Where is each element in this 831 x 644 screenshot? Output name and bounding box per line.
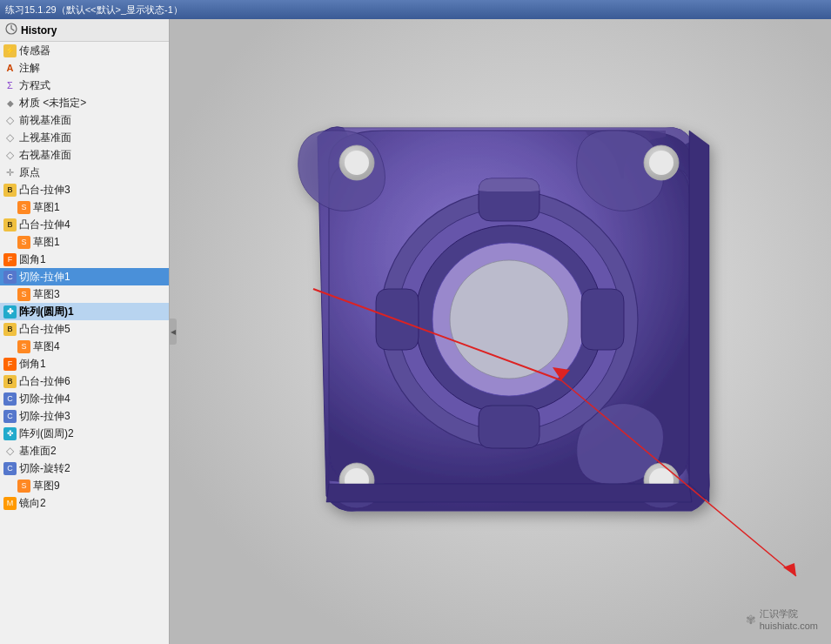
- icon-cut3: C: [3, 410, 17, 423]
- icon-annotation: A: [3, 62, 17, 75]
- part-body: [298, 127, 709, 512]
- icon-origin: ✛: [3, 166, 17, 179]
- feature-tree[interactable]: History ⚡传感器A注解Σ方程式◆材质 <未指定>◇前视基准面◇上视基准面…: [0, 19, 170, 644]
- icon-equation: Σ: [3, 79, 17, 92]
- icon-boss6: B: [3, 375, 17, 388]
- label-chamfer1: 倒角1: [19, 357, 46, 372]
- label-material: 材质 <未指定>: [19, 96, 86, 111]
- tree-item-chamfer1[interactable]: F倒角1: [0, 355, 169, 372]
- main-area: History ⚡传感器A注解Σ方程式◆材质 <未指定>◇前视基准面◇上视基准面…: [0, 19, 831, 644]
- history-icon: [5, 23, 17, 37]
- tree-item-cut4[interactable]: C切除-拉伸4: [0, 390, 169, 407]
- watermark-text: 汇识学院 huishiatc.com: [760, 607, 818, 631]
- tree-item-sketch1b[interactable]: S草图1: [0, 233, 169, 251]
- label-cut4: 切除-拉伸4: [19, 392, 70, 406]
- tree-item-plane2[interactable]: ◇基准面2: [0, 442, 169, 460]
- tree-item-top-plane[interactable]: ◇上视基准面: [0, 129, 169, 146]
- tree-item-cut1[interactable]: C切除-拉伸1: [0, 268, 169, 285]
- tree-item-sketch4[interactable]: S草图4: [0, 338, 169, 355]
- label-origin: 原点: [19, 165, 40, 180]
- icon-boss3: B: [3, 184, 17, 197]
- tree-item-cut3[interactable]: C切除-拉伸3: [0, 407, 169, 425]
- icon-cut-rev2: C: [3, 462, 17, 475]
- icon-plane2: ◇: [3, 445, 17, 458]
- label-sketch4: 草图4: [33, 339, 60, 354]
- icon-cut4: C: [3, 392, 17, 406]
- label-cut-rev2: 切除-旋转2: [19, 461, 70, 476]
- icon-sensor: ⚡: [3, 44, 17, 57]
- icon-material: ◆: [3, 97, 17, 110]
- title-bar: 练习15.1.29（默认<<默认>_显示状态-1）: [0, 0, 831, 19]
- tree-item-sketch9[interactable]: S草图9: [0, 477, 169, 494]
- history-label: History: [21, 24, 57, 37]
- label-sketch1b: 草图1: [33, 235, 60, 250]
- icon-chamfer1: F: [3, 358, 17, 371]
- tree-item-boss6[interactable]: B凸台-拉伸6: [0, 372, 169, 390]
- tree-item-annotation[interactable]: A注解: [0, 59, 169, 77]
- sidebar-wrapper: History ⚡传感器A注解Σ方程式◆材质 <未指定>◇前视基准面◇上视基准面…: [0, 19, 170, 644]
- watermark-icon: ✾: [746, 613, 756, 627]
- icon-pattern1: ✤: [3, 305, 17, 319]
- sidebar-collapse-handle[interactable]: ◀: [170, 319, 177, 345]
- label-sensor: 传感器: [19, 44, 50, 58]
- tree-item-cut-rev2[interactable]: C切除-旋转2: [0, 460, 169, 477]
- icon-mirror2: M: [3, 497, 17, 510]
- tree-item-boss4[interactable]: B凸台-拉伸4: [0, 216, 169, 233]
- tree-item-boss5[interactable]: B凸台-拉伸5: [0, 320, 169, 338]
- icon-pattern2: ✤: [3, 427, 17, 440]
- title-text: 练习15.1.29（默认<<默认>_显示状态-1）: [5, 3, 183, 17]
- icon-top-plane: ◇: [3, 131, 17, 144]
- icon-cut1: C: [3, 271, 17, 284]
- label-boss3: 凸台-拉伸3: [19, 183, 70, 198]
- tree-item-sketch3[interactable]: S草图3: [0, 285, 169, 303]
- icon-fillet1: F: [3, 253, 17, 266]
- label-plane2: 基准面2: [19, 444, 57, 459]
- svg-point-14: [649, 151, 674, 175]
- label-pattern1: 阵列(圆周)1: [19, 305, 74, 319]
- tree-item-mirror2[interactable]: M镜向2: [0, 494, 169, 512]
- label-pattern2: 阵列(圆周)2: [19, 426, 74, 441]
- icon-sketch1b: S: [17, 236, 30, 249]
- icon-sketch9: S: [17, 480, 30, 493]
- history-header: History: [0, 19, 169, 42]
- icon-boss4: B: [3, 218, 17, 231]
- label-cut1: 切除-拉伸1: [19, 270, 70, 285]
- label-sketch9: 草图9: [33, 479, 60, 493]
- svg-point-12: [345, 151, 369, 175]
- icon-sketch4: S: [17, 340, 30, 353]
- tree-item-sensor[interactable]: ⚡传感器: [0, 42, 169, 59]
- label-sketch1a: 草图1: [33, 200, 60, 215]
- watermark: ✾ 汇识学院 huishiatc.com: [746, 607, 818, 631]
- viewport: ✾ 汇识学院 huishiatc.com: [170, 19, 831, 644]
- tree-item-pattern1[interactable]: ✤阵列(圆周)1: [0, 303, 169, 320]
- label-right-plane: 右视基准面: [19, 148, 71, 163]
- tree-item-material[interactable]: ◆材质 <未指定>: [0, 94, 169, 111]
- tree-items: ⚡传感器A注解Σ方程式◆材质 <未指定>◇前视基准面◇上视基准面◇右视基准面✛原…: [0, 42, 169, 512]
- icon-right-plane: ◇: [3, 149, 17, 162]
- label-annotation: 注解: [19, 61, 40, 76]
- icon-front-plane: ◇: [3, 114, 17, 127]
- tree-item-equation[interactable]: Σ方程式: [0, 77, 169, 94]
- label-front-plane: 前视基准面: [19, 113, 71, 128]
- tree-item-right-plane[interactable]: ◇右视基准面: [0, 146, 169, 164]
- icon-sketch1a: S: [17, 201, 30, 214]
- icon-sketch3: S: [17, 288, 30, 301]
- label-equation: 方程式: [19, 78, 50, 93]
- label-boss5: 凸台-拉伸5: [19, 322, 70, 337]
- label-fillet1: 圆角1: [19, 252, 46, 267]
- label-sketch3: 草图3: [33, 287, 60, 302]
- tree-item-pattern2[interactable]: ✤阵列(圆周)2: [0, 425, 169, 442]
- icon-boss5: B: [3, 323, 17, 336]
- label-boss6: 凸台-拉伸6: [19, 374, 70, 389]
- tree-item-fillet1[interactable]: F圆角1: [0, 251, 169, 268]
- tree-item-boss3[interactable]: B凸台-拉伸3: [0, 181, 169, 198]
- tree-item-sketch1a[interactable]: S草图1: [0, 198, 169, 216]
- 3d-part-view: [170, 19, 831, 644]
- tree-item-front-plane[interactable]: ◇前视基准面: [0, 111, 169, 129]
- label-mirror2: 镜向2: [19, 496, 46, 511]
- label-cut3: 切除-拉伸3: [19, 409, 70, 424]
- label-boss4: 凸台-拉伸4: [19, 218, 70, 232]
- label-top-plane: 上视基准面: [19, 131, 71, 145]
- tree-item-origin[interactable]: ✛原点: [0, 164, 169, 181]
